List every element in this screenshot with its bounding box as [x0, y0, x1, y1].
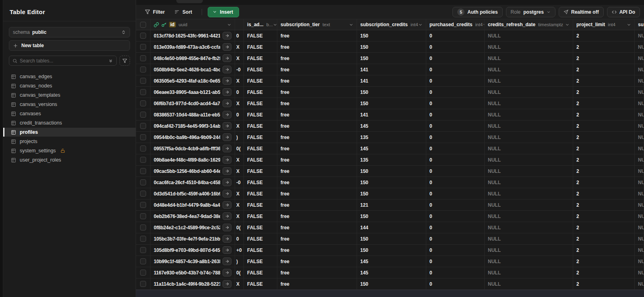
- purchased-credits-cell[interactable]: 0: [426, 120, 485, 131]
- is-admin-cell[interactable]: FALSE: [244, 267, 277, 278]
- credits-refresh-date-cell[interactable]: NULL: [485, 256, 573, 267]
- id-cell[interactable]: 105bc3b7-03fe-4e7f-9efa-21bb40...: [151, 233, 235, 244]
- expand-row-button[interactable]: [223, 111, 231, 118]
- is-admin-cell[interactable]: FALSE: [244, 64, 277, 75]
- clipped-right-cell[interactable]: NU: [635, 267, 644, 278]
- column-header-clipped[interactable]: [235, 19, 244, 30]
- project-limit-cell[interactable]: 2: [573, 143, 635, 154]
- subscription-tier-cell[interactable]: free: [277, 245, 357, 255]
- clipped-right-cell[interactable]: NU: [635, 211, 644, 222]
- subscription-tier-cell[interactable]: free: [277, 211, 357, 222]
- credits-refresh-date-cell[interactable]: NULL: [485, 132, 573, 143]
- credits-refresh-date-cell[interactable]: NULL: [485, 87, 573, 98]
- row-select-cell[interactable]: [136, 132, 151, 143]
- subscription-tier-cell[interactable]: free: [277, 166, 357, 177]
- subscription-credits-cell[interactable]: 150: [357, 42, 426, 52]
- search-tables-input[interactable]: [20, 58, 106, 64]
- purchased-credits-cell[interactable]: 0: [426, 98, 485, 109]
- is-admin-cell[interactable]: FALSE: [244, 222, 277, 233]
- row-select-cell[interactable]: [136, 98, 151, 109]
- clipped-right-cell[interactable]: NU: [635, 87, 644, 98]
- id-cell[interactable]: 09544b0c-ba9b-496a-9b09-244...: [151, 132, 235, 143]
- purchased-credits-cell[interactable]: 0: [426, 222, 485, 233]
- expand-row-button[interactable]: [223, 43, 231, 51]
- project-limit-cell[interactable]: 2: [573, 42, 635, 52]
- expand-row-button[interactable]: [223, 235, 231, 243]
- select-all-cell[interactable]: [136, 19, 151, 30]
- is-admin-cell[interactable]: FALSE: [244, 143, 277, 154]
- project-limit-cell[interactable]: 2: [573, 267, 635, 278]
- clipped-right-cell[interactable]: NU: [635, 188, 644, 199]
- id-cell[interactable]: 0508b94b-5ee2-4626-bca1-4bca...: [151, 64, 235, 75]
- credits-refresh-date-cell[interactable]: NULL: [485, 177, 573, 188]
- clipped-cell[interactable]: X: [235, 53, 244, 64]
- subscription-tier-cell[interactable]: free: [277, 278, 357, 289]
- project-limit-cell[interactable]: 2: [573, 199, 635, 210]
- purchased-credits-cell[interactable]: 0: [426, 87, 485, 98]
- row-checkbox[interactable]: [140, 112, 146, 118]
- subscription-tier-cell[interactable]: free: [277, 30, 357, 41]
- id-cell[interactable]: 08386537-10d4-488a-a11e-eb5a6...: [151, 109, 235, 120]
- id-cell[interactable]: 0cac6fca-26cf-4510-84ba-c4580...: [151, 177, 235, 188]
- row-checkbox[interactable]: [140, 123, 146, 129]
- project-limit-cell[interactable]: 2: [573, 64, 635, 75]
- row-checkbox[interactable]: [140, 258, 146, 264]
- clipped-right-cell[interactable]: NU: [635, 30, 644, 41]
- clipped-right-cell[interactable]: NU: [635, 120, 644, 131]
- clipped-right-cell[interactable]: NU: [635, 233, 644, 244]
- row-checkbox[interactable]: [140, 100, 146, 106]
- subscription-credits-cell[interactable]: 141: [357, 75, 426, 86]
- project-limit-cell[interactable]: 2: [573, 245, 635, 255]
- is-admin-cell[interactable]: FALSE: [244, 132, 277, 143]
- subscription-credits-cell[interactable]: 121: [357, 199, 426, 210]
- clipped-cell[interactable]: X: [235, 199, 244, 210]
- credits-refresh-date-cell[interactable]: NULL: [485, 154, 573, 165]
- expand-row-button[interactable]: [223, 167, 231, 175]
- row-checkbox[interactable]: [140, 66, 146, 73]
- chevron-down-icon[interactable]: [273, 23, 277, 27]
- row-select-cell[interactable]: [136, 211, 151, 222]
- is-admin-cell[interactable]: FALSE: [244, 278, 277, 289]
- id-cell[interactable]: 094caf42-7185-4e45-99f3-14abee...: [151, 120, 235, 131]
- id-cell[interactable]: 013cf78d-1625-43fc-9961-442189...: [151, 30, 235, 41]
- column-header-purchased-credits[interactable]: purchased_credits int4: [426, 19, 485, 30]
- credits-refresh-date-cell[interactable]: NULL: [485, 233, 573, 244]
- select-all-checkbox[interactable]: [140, 22, 146, 28]
- row-select-cell[interactable]: [136, 222, 151, 233]
- clipped-cell[interactable]: X: [235, 154, 244, 165]
- is-admin-cell[interactable]: FALSE: [244, 211, 277, 222]
- project-limit-cell[interactable]: 2: [573, 211, 635, 222]
- expand-row-button[interactable]: [223, 66, 231, 73]
- id-cell[interactable]: 09557f5a-0dcb-4cb9-a6fb-fff366...: [151, 143, 235, 154]
- is-admin-cell[interactable]: FALSE: [244, 75, 277, 86]
- chevron-down-icon[interactable]: [565, 23, 570, 27]
- sidebar-item-projects[interactable]: projects: [3, 137, 136, 146]
- expand-row-button[interactable]: [223, 258, 231, 265]
- row-checkbox[interactable]: [140, 89, 146, 95]
- sidebar-item-canvas_versions[interactable]: canvas_versions: [3, 100, 136, 109]
- row-select-cell[interactable]: [136, 154, 151, 165]
- subscription-tier-cell[interactable]: free: [277, 87, 357, 98]
- subscription-tier-cell[interactable]: free: [277, 98, 357, 109]
- clipped-right-cell[interactable]: NU: [635, 64, 644, 75]
- clipped-right-cell[interactable]: NU: [635, 143, 644, 154]
- clipped-right-cell[interactable]: NU: [635, 53, 644, 64]
- purchased-credits-cell[interactable]: 0: [426, 143, 485, 154]
- column-header-subscription-credits[interactable]: subscription_credits int4: [357, 19, 426, 30]
- id-cell[interactable]: 063505e5-4293-4faf-a18c-0e65b...: [151, 75, 235, 86]
- clipped-cell[interactable]: X: [235, 278, 244, 289]
- sidebar-item-credit_transactions[interactable]: credit_transactions: [3, 118, 136, 127]
- row-checkbox[interactable]: [140, 168, 146, 174]
- subscription-tier-cell[interactable]: free: [277, 154, 357, 165]
- clipped-right-cell[interactable]: NU: [635, 109, 644, 120]
- row-checkbox[interactable]: [140, 224, 146, 231]
- subscription-tier-cell[interactable]: free: [277, 42, 357, 52]
- clipped-right-cell[interactable]: NU: [635, 132, 644, 143]
- subscription-credits-cell[interactable]: 150: [357, 87, 426, 98]
- chevron-down-icon[interactable]: [227, 23, 231, 27]
- credits-refresh-date-cell[interactable]: NULL: [485, 109, 573, 120]
- sidebar-item-canvas_edges[interactable]: canvas_edges: [3, 72, 136, 81]
- subscription-tier-cell[interactable]: free: [277, 222, 357, 233]
- subscription-tier-cell[interactable]: free: [277, 75, 357, 86]
- clipped-cell[interactable]: 0(: [235, 267, 244, 278]
